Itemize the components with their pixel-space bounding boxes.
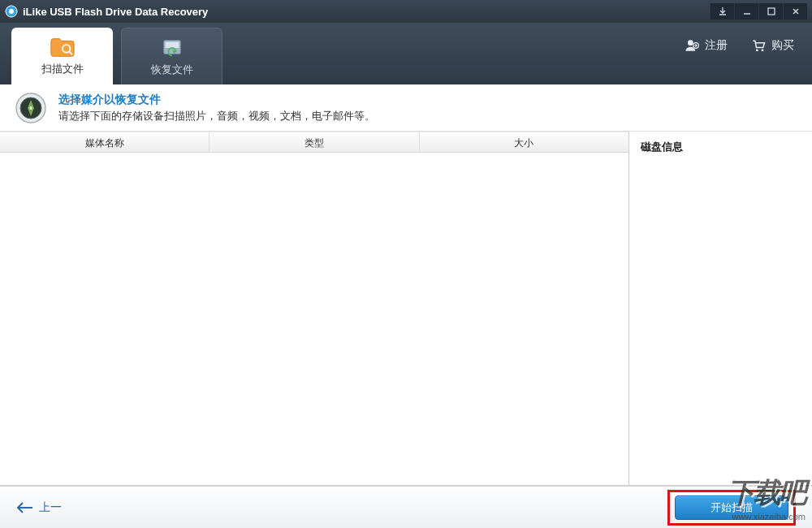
svg-point-8 (688, 40, 693, 45)
media-table: 媒体名称 类型 大小 (0, 132, 629, 485)
back-button[interactable]: 上一 (16, 500, 62, 515)
close-button[interactable] (783, 3, 807, 19)
disk-info-title: 磁盘信息 (641, 140, 801, 154)
maximize-button[interactable] (758, 3, 783, 19)
table-header: 媒体名称 类型 大小 (0, 132, 628, 153)
disk-info-panel: 磁盘信息 (629, 132, 812, 485)
svg-point-11 (762, 49, 764, 51)
banner-description: 请选择下面的存储设备扫描照片，音频，视频，文档，电子邮件等。 (58, 109, 375, 123)
scan-highlight-box: 开始扫描 (667, 490, 796, 526)
column-size[interactable]: 大小 (420, 132, 628, 152)
header-actions: 注册 购买 (684, 37, 794, 54)
column-media-name[interactable]: 媒体名称 (0, 132, 209, 152)
svg-point-1 (9, 9, 14, 14)
footer-bar: 上一 开始扫描 (0, 486, 812, 528)
buy-button[interactable]: 购买 (750, 37, 794, 54)
tab-label: 扫描文件 (41, 62, 84, 76)
svg-point-10 (756, 49, 758, 51)
register-label: 注册 (705, 38, 728, 53)
tab-strip: 扫描文件 恢复文件 (11, 28, 222, 84)
start-scan-button[interactable]: 开始扫描 (675, 496, 788, 520)
banner-text: 选择媒介以恢复文件 请选择下面的存储设备扫描照片，音频，视频，文档，电子邮件等。 (58, 93, 375, 123)
drive-recover-icon (159, 37, 185, 59)
app-icon (5, 5, 18, 18)
tab-scan-files[interactable]: 扫描文件 (11, 28, 113, 84)
svg-rect-7 (165, 41, 179, 48)
minimize-button[interactable] (734, 3, 758, 19)
column-type[interactable]: 类型 (209, 132, 419, 152)
shopping-cart-icon (750, 37, 767, 54)
tab-label: 恢复文件 (151, 63, 193, 77)
header-toolbar: 扫描文件 恢复文件 注册 购买 (0, 23, 812, 84)
banner-title: 选择媒介以恢复文件 (58, 93, 375, 107)
back-label: 上一 (39, 500, 62, 515)
compass-icon (15, 92, 47, 124)
svg-rect-3 (768, 8, 775, 15)
folder-scan-icon (50, 36, 76, 58)
scan-label: 开始扫描 (710, 500, 753, 515)
main-content: 媒体名称 类型 大小 磁盘信息 (0, 132, 812, 486)
info-banner: 选择媒介以恢复文件 请选择下面的存储设备扫描照片，音频，视频，文档，电子邮件等。 (0, 84, 812, 132)
tab-recover-files[interactable]: 恢复文件 (121, 28, 222, 84)
titlebar: iLike USB Flash Drive Data Recovery (0, 0, 812, 23)
svg-point-14 (29, 106, 32, 110)
window-controls (710, 3, 807, 19)
user-plus-icon (684, 37, 700, 54)
download-updates-button[interactable] (710, 3, 734, 19)
buy-label: 购买 (771, 38, 794, 53)
window-title: iLike USB Flash Drive Data Recovery (23, 6, 710, 18)
register-button[interactable]: 注册 (684, 37, 728, 54)
arrow-left-icon (16, 502, 34, 513)
